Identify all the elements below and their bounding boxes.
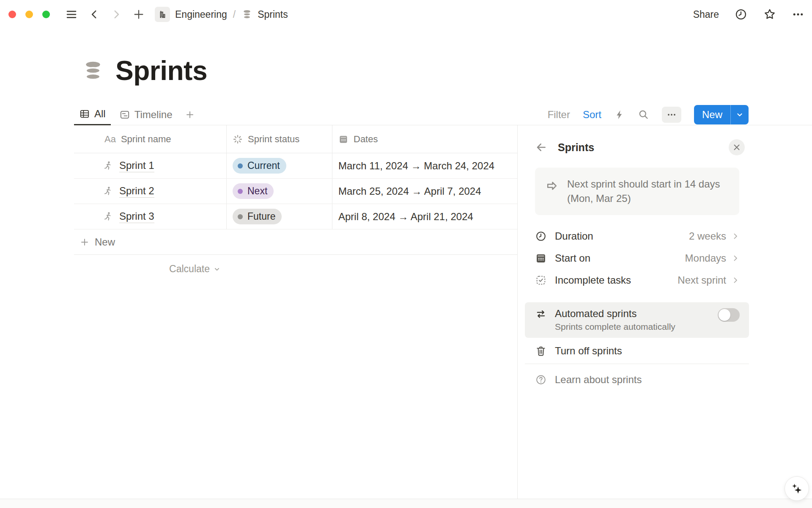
back-icon[interactable]: [89, 9, 100, 20]
column-label: Dates: [354, 134, 378, 145]
trash-icon: [535, 345, 548, 357]
top-bar: Engineering / Sprints Share: [0, 0, 812, 29]
page-database-icon: [82, 59, 104, 82]
notice-text: Next sprint should start in 14 days (Mon…: [567, 177, 731, 206]
breadcrumb-page[interactable]: Sprints: [258, 9, 288, 20]
setting-label: Incomplete tasks: [555, 274, 631, 286]
sprint-settings-panel: Sprints Next sprint should start in 14 d…: [517, 125, 812, 499]
automations-bolt-icon[interactable]: [614, 109, 625, 120]
chevron-right-icon: [731, 232, 740, 240]
sprint-name-cell[interactable]: Sprint 1: [74, 153, 227, 178]
setting-value: 2 weeks: [689, 230, 726, 242]
new-button-label: New: [694, 105, 730, 124]
repeat-icon: [535, 308, 548, 333]
status-pill[interactable]: Next: [233, 183, 274, 199]
setting-label: Start on: [555, 252, 590, 264]
sprint-page-link[interactable]: Sprint 1: [119, 160, 154, 172]
setting-row-start-on[interactable]: Start on Mondays: [525, 247, 749, 269]
sprint-name-cell[interactable]: Sprint 2: [74, 179, 227, 204]
sprint-name-cell[interactable]: Sprint 3: [74, 204, 227, 229]
help-circle-icon: [535, 374, 548, 386]
tab-timeline[interactable]: Timeline: [114, 104, 178, 125]
table-row: Sprint 3 Future April 8, 2024 → April 21…: [74, 204, 517, 229]
sprint-page-link[interactable]: Sprint 3: [119, 210, 154, 223]
page-title: Sprints: [115, 55, 207, 86]
new-dropdown-chevron-icon[interactable]: [731, 105, 749, 124]
panel-back-icon[interactable]: [535, 141, 548, 154]
new-row-button[interactable]: New: [74, 229, 517, 255]
database-icon: [241, 9, 252, 20]
turn-off-sprints-button[interactable]: Turn off sprints: [525, 338, 749, 364]
breadcrumb-separator: /: [233, 9, 236, 20]
status-pill[interactable]: Current: [233, 158, 286, 174]
favorite-star-icon[interactable]: [763, 8, 776, 21]
view-options-icon[interactable]: [662, 107, 681, 123]
learn-about-sprints-link[interactable]: Learn about sprints: [525, 367, 749, 393]
forward-icon[interactable]: [111, 9, 122, 20]
status-label: Future: [247, 211, 275, 222]
zoom-window-button[interactable]: [42, 11, 50, 18]
dates-cell[interactable]: March 25, 2024 → April 7, 2024: [332, 179, 517, 204]
table-row: Sprint 1 Current March 11, 2024 → March …: [74, 153, 517, 179]
minimize-window-button[interactable]: [25, 11, 33, 18]
table-header-row: Aa Sprint name Sprint status Dates: [74, 125, 517, 153]
setting-value: Mondays: [685, 252, 726, 264]
setting-row-incomplete-tasks[interactable]: Incomplete tasks Next sprint: [525, 269, 749, 291]
teamspace-building-icon[interactable]: [155, 7, 170, 22]
sprint-page-link[interactable]: Sprint 2: [119, 185, 154, 198]
automated-sprints-description: Sprints complete automatically: [555, 321, 675, 333]
status-pill[interactable]: Future: [233, 209, 282, 224]
column-header-dates[interactable]: Dates: [332, 125, 517, 153]
sparkles-icon: [790, 482, 804, 495]
new-page-icon[interactable]: [133, 8, 145, 20]
runner-icon: [103, 160, 113, 171]
calculate-button[interactable]: Calculate: [169, 263, 221, 275]
status-label: Current: [247, 160, 280, 171]
setting-row-duration[interactable]: Duration 2 weeks: [525, 225, 749, 247]
dates-cell[interactable]: March 11, 2024 → March 24, 2024: [332, 153, 517, 178]
notion-ai-button[interactable]: [785, 476, 809, 501]
breadcrumb: Engineering / Sprints: [155, 7, 288, 22]
column-header-sprint-status[interactable]: Sprint status: [227, 125, 332, 153]
sprints-table: Aa Sprint name Sprint status Dates: [74, 125, 517, 275]
new-button[interactable]: New: [694, 105, 749, 124]
text-property-icon: Aa: [104, 134, 116, 145]
column-header-sprint-name[interactable]: Aa Sprint name: [74, 125, 227, 153]
plus-icon: [80, 237, 90, 247]
updates-clock-icon[interactable]: [734, 8, 748, 21]
runner-icon: [103, 211, 113, 222]
sprint-status-cell[interactable]: Current: [227, 153, 332, 178]
runner-icon: [103, 186, 113, 196]
chevron-right-icon: [731, 254, 740, 262]
calculate-label: Calculate: [169, 263, 210, 275]
status-dot: [238, 189, 243, 194]
dates-cell[interactable]: April 8, 2024 → April 21, 2024: [332, 204, 517, 229]
tab-timeline-label: Timeline: [134, 109, 173, 121]
panel-close-icon[interactable]: [729, 139, 745, 155]
arrow-right-outline-icon: [544, 178, 560, 206]
breadcrumb-team[interactable]: Engineering: [175, 9, 227, 20]
search-icon[interactable]: [638, 109, 649, 120]
status-label: Next: [247, 185, 267, 197]
filter-button[interactable]: Filter: [548, 109, 570, 121]
more-options-icon[interactable]: [792, 8, 804, 21]
add-view-icon[interactable]: [181, 104, 199, 125]
dotted-checkbox-icon: [535, 274, 548, 286]
close-window-button[interactable]: [8, 11, 16, 18]
sort-button[interactable]: Sort: [583, 109, 601, 121]
sprint-status-cell[interactable]: Next: [227, 179, 332, 204]
sidebar-menu-icon[interactable]: [65, 8, 78, 21]
setting-label: Duration: [555, 230, 593, 242]
window-controls: [8, 11, 50, 18]
automated-toggle[interactable]: [718, 308, 740, 322]
automated-sprints-row[interactable]: Automated sprints Sprints complete autom…: [525, 302, 749, 338]
tab-all[interactable]: All: [74, 104, 111, 125]
setting-value: Next sprint: [678, 274, 726, 286]
new-row-label: New: [95, 236, 115, 248]
automated-sprints-label: Automated sprints: [555, 306, 675, 321]
sprint-status-cell[interactable]: Future: [227, 204, 332, 229]
panel-title: Sprints: [558, 141, 594, 154]
turn-off-sprints-label: Turn off sprints: [555, 345, 622, 357]
share-button[interactable]: Share: [693, 9, 719, 20]
tab-all-label: All: [94, 108, 106, 120]
